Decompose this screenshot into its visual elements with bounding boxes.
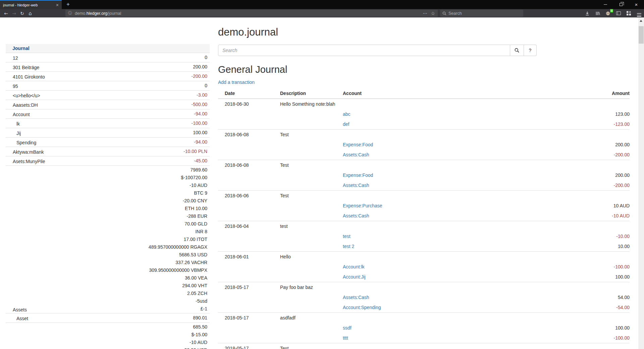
posting-amount: 10 AUD bbox=[562, 201, 630, 211]
posting-account-link[interactable]: Expense:Food bbox=[343, 172, 373, 178]
sidebar-account-link[interactable]: Assets bbox=[6, 166, 149, 313]
overflow-grid-button[interactable] bbox=[626, 10, 632, 16]
posting-account-link[interactable]: test 2 bbox=[343, 244, 354, 249]
transaction-title-row: 2018-06-01Hello bbox=[218, 252, 630, 262]
posting-amount: 10.00 bbox=[562, 241, 630, 251]
posting-amount: -200.00 bbox=[562, 180, 630, 190]
journal-search-input[interactable] bbox=[218, 45, 510, 56]
sidebar-account-link[interactable]: <u>hello</u> bbox=[6, 91, 197, 100]
new-tab-button[interactable]: + bbox=[64, 0, 72, 9]
posting-account-link[interactable]: Account:Jij bbox=[343, 274, 366, 280]
transaction-title-row: 2018-06-06Test bbox=[218, 191, 630, 201]
posting-account-link[interactable]: test bbox=[343, 234, 351, 239]
forward-button[interactable]: → bbox=[10, 9, 18, 17]
sidebar-account-balance: 685.50$-15.00-10 AUD-30.00 USD bbox=[183, 323, 210, 349]
posting-amount: -100.00 bbox=[562, 262, 630, 272]
search-help-button[interactable]: ? bbox=[524, 45, 537, 56]
transaction-description: Hello bbox=[280, 252, 343, 262]
sidebar-account-link[interactable]: 301 Beiträge bbox=[6, 62, 193, 71]
posting-account-link[interactable]: Expense:Purchase bbox=[343, 203, 382, 208]
balance-amount: 309.950000000000 VBMPX bbox=[149, 266, 207, 274]
window-minimize-button[interactable] bbox=[598, 0, 613, 9]
url-host: hledger.org bbox=[87, 11, 108, 16]
transaction-date: 2018-06-01 bbox=[218, 252, 280, 262]
sidebar-account-rows: 120301 Beiträge200.004101 Girokonto-200.… bbox=[6, 53, 210, 349]
extension-button[interactable]: 0 bbox=[605, 10, 611, 16]
tab-title: journal - hledger-web bbox=[3, 3, 55, 7]
sidebar-account-link[interactable]: Aktywa:mBank bbox=[6, 147, 183, 156]
balance-amount: -94.00 bbox=[194, 110, 207, 118]
journal-search-button[interactable] bbox=[510, 45, 524, 56]
sidebar-account-link[interactable]: Jij bbox=[6, 128, 193, 137]
transaction-block: 2018-06-01HelloAccount:lk-100.00Account:… bbox=[218, 251, 630, 282]
posting-row: Expense:Food200.00 bbox=[218, 170, 630, 180]
posting-account-link[interactable]: Account:lk bbox=[343, 264, 365, 269]
sidebar-account-link[interactable]: 95 bbox=[6, 81, 205, 90]
scroll-up-icon[interactable] bbox=[640, 20, 642, 22]
page-title: demo.journal bbox=[218, 26, 633, 38]
posting-row: Assets:Cash-200.00 bbox=[218, 150, 630, 160]
back-button[interactable]: ← bbox=[2, 9, 10, 17]
transaction-date: 2018-06-08 bbox=[218, 160, 280, 170]
posting-amount: 54.00 bbox=[562, 292, 630, 302]
sidebar-account-link[interactable]: Cash bbox=[6, 323, 183, 349]
sidebar-account-link[interactable]: Aaasets:DH bbox=[6, 100, 192, 109]
window-close-button[interactable]: × bbox=[629, 0, 644, 9]
url-bar[interactable]: ⓘ demo.hledger.org/journal ⋯ ☆ bbox=[65, 10, 438, 17]
balance-amount: $-100720.00 bbox=[149, 174, 207, 182]
sidebar-account-link[interactable]: lk bbox=[6, 119, 192, 128]
sidebar-account-link[interactable]: Spending bbox=[6, 138, 194, 147]
sidebar-account-row: Cash685.50$-15.00-10 AUD-30.00 USD bbox=[6, 322, 210, 349]
page-content: Journal 120301 Beiträge200.004101 Giroko… bbox=[0, 17, 644, 349]
transaction-date: 2018-06-30 bbox=[218, 99, 280, 109]
sidebar-account-row: 4101 Girokonto-200.00 bbox=[6, 71, 210, 81]
add-transaction-link[interactable]: Add a transaction bbox=[218, 80, 255, 85]
page-actions-icon[interactable]: ⋯ bbox=[423, 11, 427, 16]
sidebar-account-link[interactable]: Asets:MunyPile bbox=[6, 156, 194, 165]
transaction-block: 2018-05-17asdfadfssdf100.00tttt-100.00 bbox=[218, 312, 630, 343]
posting-account-link[interactable]: Assets:Cash bbox=[343, 152, 369, 157]
transaction-description: Pay foo bar baz bbox=[280, 282, 343, 292]
extension-badge: 0 bbox=[610, 9, 613, 12]
posting-account-link[interactable]: Assets:Cash bbox=[343, 213, 369, 218]
downloads-button[interactable] bbox=[584, 10, 590, 16]
page-scrollbar[interactable] bbox=[638, 17, 644, 349]
sidebar-account-link[interactable]: Asset bbox=[6, 313, 193, 322]
posting-account-link[interactable]: ssdf bbox=[343, 325, 352, 331]
browser-search-field[interactable]: Search bbox=[440, 10, 523, 17]
sidebar-account-link[interactable]: Account bbox=[6, 109, 194, 118]
sidebar-journal-link[interactable]: Journal bbox=[12, 46, 30, 51]
balance-amount: -30.00 USD bbox=[183, 346, 207, 349]
posting-account-link[interactable]: Assets:Cash bbox=[343, 183, 369, 188]
posting-row: Account:Jij100.00 bbox=[218, 272, 630, 282]
posting-amount: 100.00 bbox=[562, 272, 630, 282]
reload-button[interactable]: ↻ bbox=[18, 9, 26, 17]
posting-row: Assets:Cash54.00 bbox=[218, 292, 630, 302]
menu-button[interactable] bbox=[636, 10, 642, 16]
balance-amount: 294.00 VHT bbox=[149, 282, 207, 290]
sidebar-account-link[interactable]: 4101 Girokonto bbox=[6, 72, 192, 81]
sidebar-account-link[interactable]: 12 bbox=[6, 53, 205, 62]
home-button[interactable]: ⌂ bbox=[26, 9, 34, 17]
bookmark-star-icon[interactable]: ☆ bbox=[431, 11, 435, 16]
posting-account-link[interactable]: Account:Spending bbox=[343, 305, 381, 310]
tab-close-icon[interactable]: × bbox=[55, 3, 60, 7]
posting-account-link[interactable]: Expense:Food bbox=[343, 142, 373, 147]
posting-account-link[interactable]: abc bbox=[343, 111, 351, 117]
balance-amount: -288 EUR bbox=[149, 212, 207, 220]
posting-account-link[interactable]: tttt bbox=[343, 335, 348, 341]
transaction-date: 2018-05-17 bbox=[218, 282, 280, 292]
posting-row: ssdf100.00 bbox=[218, 323, 630, 333]
posting-account-link[interactable]: def bbox=[343, 121, 349, 127]
library-button[interactable] bbox=[595, 10, 600, 16]
window-restore-button[interactable] bbox=[613, 0, 629, 9]
transaction-description: asdfadf bbox=[280, 313, 343, 323]
browser-tab[interactable]: journal - hledger-web × bbox=[0, 0, 62, 9]
posting-row: Assets:Cash-200.00 bbox=[218, 180, 630, 190]
site-info-icon[interactable]: ⓘ bbox=[68, 10, 72, 16]
posting-account-link[interactable]: Assets:Cash bbox=[343, 295, 369, 300]
search-icon bbox=[515, 48, 519, 53]
balance-amount: -500.00 bbox=[192, 100, 207, 109]
scrollbar-thumb[interactable] bbox=[639, 26, 644, 44]
sidebar-toggle-button[interactable] bbox=[615, 10, 621, 16]
